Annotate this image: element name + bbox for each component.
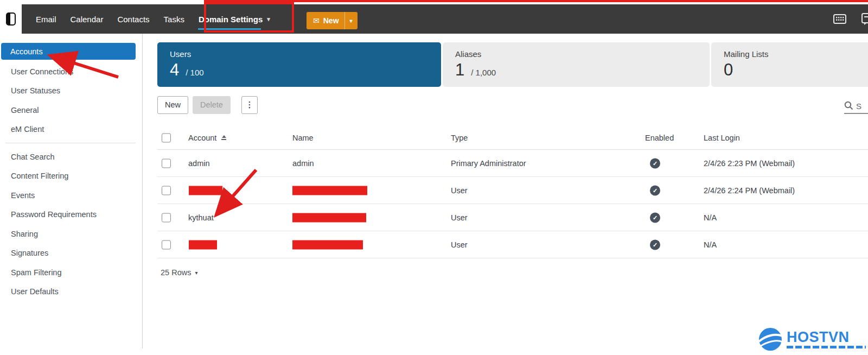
column-header-enabled[interactable]: Enabled xyxy=(645,134,680,142)
tab-email[interactable]: Email xyxy=(29,4,63,34)
stats-cards: Users 4 / 100 Aliases 1 / 1,000 Mailing … xyxy=(157,42,868,87)
sidebar-item-general[interactable]: General xyxy=(0,100,142,120)
new-dropdown-button[interactable]: ✉ New ▾ xyxy=(307,12,358,29)
table-row-redacted-2[interactable]: User ✓ N/A xyxy=(157,231,868,258)
cell-last-login: 2/4/26 2:24 PM (Webmail) xyxy=(704,186,795,195)
tab-calendar[interactable]: Calendar xyxy=(63,4,111,34)
cell-type: User xyxy=(451,213,468,222)
sidebar-item-user-defaults[interactable]: User Defaults xyxy=(0,282,142,302)
envelope-icon: ✉ xyxy=(313,16,320,25)
hostvn-globe-icon xyxy=(758,327,783,352)
users-count: 4 xyxy=(170,60,179,80)
sidebar-divider xyxy=(5,143,136,143)
new-button[interactable]: New xyxy=(157,96,188,114)
sidebar-item-user-statuses[interactable]: User Statuses xyxy=(0,81,142,101)
more-actions-button[interactable]: ⋮ xyxy=(241,96,258,114)
enabled-check-icon: ✓ xyxy=(650,212,660,223)
cell-account: kythuat xyxy=(188,213,214,222)
sidebar-item-accounts[interactable]: Accounts xyxy=(1,43,136,60)
row-checkbox[interactable] xyxy=(162,240,171,249)
settings-sidebar: Accounts User Connections User Statuses … xyxy=(0,34,142,355)
accounts-table: Account Name Type Enabled Last Login adm… xyxy=(157,126,868,258)
mailing-lists-count: 0 xyxy=(724,60,733,80)
cell-type: User xyxy=(451,186,468,195)
annotation-red-line xyxy=(204,0,868,2)
users-limit: / 100 xyxy=(186,68,203,77)
sort-ascending-icon xyxy=(221,135,226,140)
mailing-lists-card[interactable]: Mailing Lists 0 xyxy=(711,42,868,87)
cell-name: admin xyxy=(292,159,314,168)
row-checkbox[interactable] xyxy=(162,213,171,222)
row-checkbox[interactable] xyxy=(162,159,171,168)
aliases-count: 1 xyxy=(455,60,464,80)
chevron-down-icon[interactable]: ▾ xyxy=(345,18,358,24)
rows-per-page-label: 25 Rows xyxy=(161,268,191,277)
cell-last-login: N/A xyxy=(704,213,717,222)
users-card[interactable]: Users 4 / 100 xyxy=(157,42,441,87)
select-all-checkbox[interactable] xyxy=(162,133,171,142)
rows-per-page-dropdown[interactable]: 25 Rows ▾ xyxy=(161,268,868,277)
column-header-last-login[interactable]: Last Login xyxy=(704,134,740,142)
sidebar-item-spam-filtering[interactable]: Spam Filtering xyxy=(0,263,142,282)
row-checkbox[interactable] xyxy=(162,186,171,195)
smartermail-domain-settings-app: Email Calendar Contacts Tasks Domain Set… xyxy=(0,0,868,355)
sidebar-toggle-icon xyxy=(6,12,16,26)
aliases-card[interactable]: Aliases 1 / 1,000 xyxy=(443,42,710,87)
table-row-admin[interactable]: admin admin Primary Administrator ✓ 2/4/… xyxy=(157,150,868,177)
users-card-label: Users xyxy=(170,49,441,59)
table-row-kythuat[interactable]: kythuat User ✓ N/A xyxy=(157,204,868,231)
hostvn-logo: HOSTVN xyxy=(758,327,866,352)
chat-panel-icon[interactable] xyxy=(861,13,868,25)
cell-last-login: 2/4/26 2:23 PM (Webmail) xyxy=(704,159,795,168)
keyboard-icon[interactable] xyxy=(833,14,846,24)
enabled-check-icon: ✓ xyxy=(650,239,660,250)
cell-last-login: N/A xyxy=(704,240,717,249)
delete-button[interactable]: Delete xyxy=(193,96,231,114)
search-field[interactable]: S xyxy=(844,101,868,114)
cell-account: admin xyxy=(188,159,210,168)
tab-tasks[interactable]: Tasks xyxy=(157,4,192,34)
sidebar-item-content-filtering[interactable]: Content Filtering xyxy=(0,167,142,186)
accounts-main-panel: Users 4 / 100 Aliases 1 / 1,000 Mailing … xyxy=(143,34,868,355)
sidebar-item-chat-search[interactable]: Chat Search xyxy=(0,147,142,167)
sidebar-item-events[interactable]: Events xyxy=(0,186,142,205)
redacted-name-block xyxy=(292,240,363,249)
enabled-check-icon: ✓ xyxy=(650,185,660,195)
table-toolbar: New Delete ⋮ xyxy=(157,96,868,114)
tab-contacts[interactable]: Contacts xyxy=(110,4,156,34)
aliases-limit: / 1,000 xyxy=(471,68,496,77)
new-button-label: New xyxy=(323,16,339,25)
sidebar-item-signatures[interactable]: Signatures xyxy=(0,244,142,263)
column-header-type[interactable]: Type xyxy=(451,134,468,142)
column-header-account-label: Account xyxy=(188,134,216,142)
redacted-account-block xyxy=(189,240,217,249)
redacted-account-block xyxy=(189,186,222,195)
chevron-down-icon: ▾ xyxy=(195,270,197,276)
sidebar-item-user-connections[interactable]: User Connections xyxy=(0,62,142,81)
search-icon xyxy=(844,101,853,110)
hostvn-logo-text: HOSTVN xyxy=(787,330,866,344)
sidebar-item-password-requirements[interactable]: Password Requirements xyxy=(0,205,142,225)
table-row-redacted-1[interactable]: User ✓ 2/4/26 2:24 PM (Webmail) xyxy=(157,177,868,204)
sidebar-item-em-client[interactable]: eM Client xyxy=(0,120,142,140)
column-header-account[interactable]: Account xyxy=(188,134,226,142)
search-placeholder-text: S xyxy=(856,102,861,110)
table-header: Account Name Type Enabled Last Login xyxy=(157,126,868,150)
hostvn-logo-tagline xyxy=(787,346,866,348)
redacted-name-block xyxy=(292,186,367,195)
aliases-card-label: Aliases xyxy=(455,49,710,59)
cell-type: User xyxy=(451,240,468,249)
redacted-name-block xyxy=(292,213,366,222)
navbar-right-icons xyxy=(833,4,868,34)
column-header-name[interactable]: Name xyxy=(292,134,314,142)
cell-type: Primary Administrator xyxy=(451,159,526,168)
sidebar-toggle-button[interactable] xyxy=(0,4,22,34)
mailing-lists-card-label: Mailing Lists xyxy=(724,49,868,59)
annotation-box-domain-settings xyxy=(204,2,294,33)
sidebar-item-sharing[interactable]: Sharing xyxy=(0,224,142,244)
enabled-check-icon: ✓ xyxy=(650,158,660,168)
top-navbar: Email Calendar Contacts Tasks Domain Set… xyxy=(22,4,868,34)
